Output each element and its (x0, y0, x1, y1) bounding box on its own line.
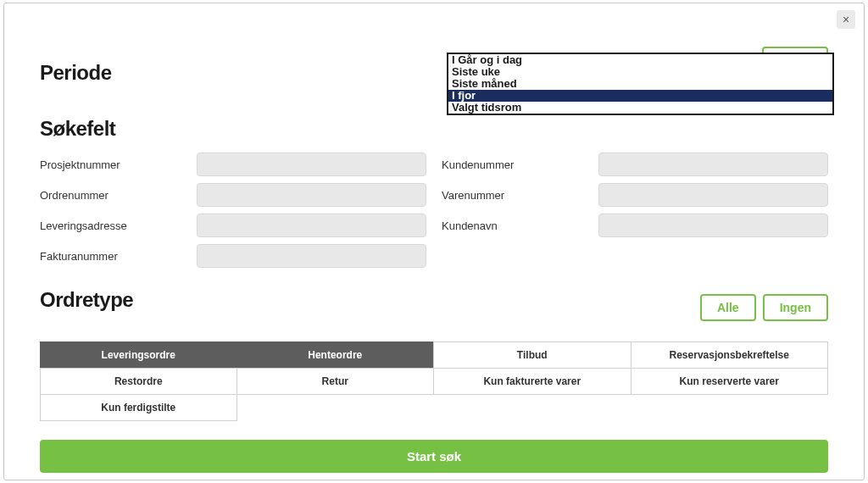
ordretype-grid-row2: Restordre Retur Kun fakturerte varer Kun… (40, 369, 828, 395)
field-leveringsadresse: Leveringsadresse (40, 214, 426, 237)
start-sok-button[interactable]: Start søk (40, 440, 828, 473)
type-leveringsordre[interactable]: Leveringsordre (40, 341, 237, 369)
sokefelt-heading: Søkefelt (40, 117, 828, 141)
ingen-button[interactable]: Ingen (763, 294, 828, 321)
label-prosjektnummer: Prosjektnummer (40, 158, 197, 171)
dropdown-item-0[interactable]: I Går og i dag (448, 54, 832, 66)
label-fakturanummer: Fakturanummer (40, 250, 197, 263)
ordretype-row: Ordretype Alle Ingen (40, 288, 828, 327)
input-kundenavn[interactable] (598, 214, 828, 237)
sokefelt-grid: Prosjektnummer Kundenummer Ordrenummer V… (40, 153, 828, 268)
label-ordrenummer: Ordrenummer (40, 189, 197, 202)
type-restordre[interactable]: Restordre (40, 368, 237, 395)
type-kun-reserverte[interactable]: Kun reserverte varer (631, 368, 829, 395)
alle-button[interactable]: Alle (700, 294, 756, 321)
field-kundenavn: Kundenavn (442, 214, 828, 237)
input-prosjektnummer[interactable] (197, 153, 426, 176)
dropdown-item-1[interactable]: Siste uke (448, 66, 832, 78)
input-leveringsadresse[interactable] (197, 214, 426, 237)
label-leveringsadresse: Leveringsadresse (40, 219, 197, 232)
close-button[interactable]: × (837, 10, 855, 29)
type-kun-ferdigstilte[interactable]: Kun ferdigstilte (40, 394, 237, 421)
ordretype-heading: Ordretype (40, 288, 133, 312)
ordretype-grid-row3: Kun ferdigstilte (40, 395, 828, 421)
type-henteordre[interactable]: Henteordre (236, 341, 435, 369)
field-prosjektnummer: Prosjektnummer (40, 153, 426, 176)
label-kundenummer: Kundenummer (442, 158, 598, 171)
type-retur[interactable]: Retur (236, 368, 435, 395)
periode-dropdown[interactable]: I Går og i dag Siste uke Siste måned I f… (447, 53, 834, 115)
dropdown-item-3[interactable]: I fjor (448, 90, 832, 102)
input-ordrenummer[interactable] (197, 183, 426, 207)
close-icon: × (843, 14, 849, 25)
dropdown-item-4[interactable]: Valgt tidsrom (448, 102, 832, 114)
type-tilbud[interactable]: Tilbud (433, 341, 632, 369)
dropdown-item-2[interactable]: Siste måned (448, 78, 832, 90)
label-kundenavn: Kundenavn (442, 219, 598, 232)
label-varenummer: Varenummer (442, 189, 598, 202)
field-ordrenummer: Ordrenummer (40, 183, 426, 207)
modal: × I Går og i dag Siste uke Siste måned I… (3, 3, 865, 480)
input-varenummer[interactable] (598, 183, 828, 207)
field-kundenummer: Kundenummer (442, 153, 828, 176)
field-varenummer: Varenummer (442, 183, 828, 207)
ordretype-buttons: Alle Ingen (700, 294, 828, 321)
ordretype-grid-row1: Leveringsordre Henteordre Tilbud Reserva… (40, 342, 828, 369)
input-fakturanummer[interactable] (197, 244, 426, 268)
type-kun-fakturerte[interactable]: Kun fakturerte varer (433, 368, 632, 395)
input-kundenummer[interactable] (598, 153, 828, 176)
type-reservasjonsbekreftelse[interactable]: Reservasjonsbekreftelse (631, 341, 829, 369)
field-fakturanummer: Fakturanummer (40, 244, 426, 268)
